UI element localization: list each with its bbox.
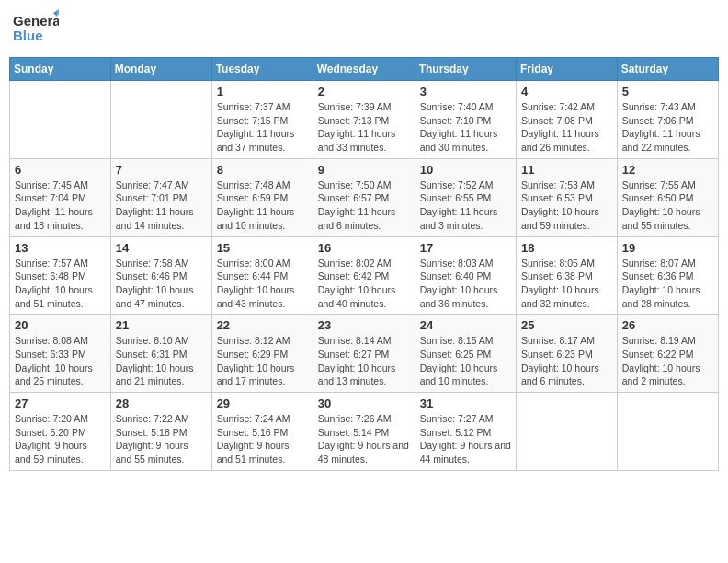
day-number: 22 (217, 318, 308, 332)
day-info: Sunrise: 7:58 AM Sunset: 6:46 PM Dayligh… (116, 257, 207, 311)
day-info: Sunrise: 7:40 AM Sunset: 7:10 PM Dayligh… (420, 100, 511, 155)
calendar-cell: 24Sunrise: 8:15 AM Sunset: 6:25 PM Dayli… (415, 315, 516, 393)
calendar-table: SundayMondayTuesdayWednesdayThursdayFrid… (9, 57, 719, 471)
day-number: 14 (116, 241, 207, 255)
calendar-cell: 12Sunrise: 7:55 AM Sunset: 6:50 PM Dayli… (617, 158, 718, 236)
day-info: Sunrise: 7:42 AM Sunset: 7:08 PM Dayligh… (521, 100, 612, 155)
day-number: 29 (217, 396, 308, 410)
day-number: 19 (622, 241, 713, 255)
calendar-week-1: 1Sunrise: 7:37 AM Sunset: 7:15 PM Daylig… (10, 81, 719, 159)
day-number: 9 (318, 163, 410, 177)
day-number: 10 (420, 163, 511, 177)
day-info: Sunrise: 7:37 AM Sunset: 7:15 PM Dayligh… (217, 100, 308, 155)
day-info: Sunrise: 7:39 AM Sunset: 7:13 PM Dayligh… (318, 100, 410, 155)
day-info: Sunrise: 8:14 AM Sunset: 6:27 PM Dayligh… (318, 334, 410, 388)
day-number: 6 (15, 163, 106, 177)
calendar-cell: 7Sunrise: 7:47 AM Sunset: 7:01 PM Daylig… (110, 158, 211, 236)
calendar-cell: 26Sunrise: 8:19 AM Sunset: 6:22 PM Dayli… (617, 315, 718, 393)
day-info: Sunrise: 7:47 AM Sunset: 7:01 PM Dayligh… (116, 178, 207, 233)
day-info: Sunrise: 8:05 AM Sunset: 6:38 PM Dayligh… (521, 257, 612, 311)
day-info: Sunrise: 8:03 AM Sunset: 6:40 PM Dayligh… (420, 257, 511, 311)
calendar-cell: 10Sunrise: 7:52 AM Sunset: 6:55 PM Dayli… (415, 158, 516, 236)
calendar-cell: 30Sunrise: 7:26 AM Sunset: 5:14 PM Dayli… (313, 393, 415, 471)
day-number: 30 (318, 396, 410, 410)
day-info: Sunrise: 7:43 AM Sunset: 7:06 PM Dayligh… (622, 100, 713, 155)
day-info: Sunrise: 7:20 AM Sunset: 5:20 PM Dayligh… (15, 412, 106, 466)
day-info: Sunrise: 8:08 AM Sunset: 6:33 PM Dayligh… (15, 334, 106, 388)
calendar-cell: 1Sunrise: 7:37 AM Sunset: 7:15 PM Daylig… (211, 81, 313, 159)
calendar-cell: 14Sunrise: 7:58 AM Sunset: 6:46 PM Dayli… (110, 236, 211, 315)
calendar-week-5: 27Sunrise: 7:20 AM Sunset: 5:20 PM Dayli… (10, 393, 719, 471)
day-info: Sunrise: 8:02 AM Sunset: 6:42 PM Dayligh… (318, 257, 410, 311)
calendar-cell (10, 81, 111, 159)
day-number: 12 (622, 163, 713, 177)
day-number: 3 (420, 85, 511, 98)
weekday-header-saturday: Saturday (617, 58, 718, 81)
day-number: 31 (420, 396, 511, 410)
page-header: General Blue (9, 9, 719, 50)
day-info: Sunrise: 7:26 AM Sunset: 5:14 PM Dayligh… (318, 412, 410, 466)
day-info: Sunrise: 8:19 AM Sunset: 6:22 PM Dayligh… (622, 334, 713, 388)
day-number: 20 (15, 318, 106, 332)
weekday-header-thursday: Thursday (415, 58, 516, 81)
day-info: Sunrise: 7:52 AM Sunset: 6:55 PM Dayligh… (420, 178, 511, 233)
day-number: 27 (15, 396, 106, 410)
calendar-cell: 25Sunrise: 8:17 AM Sunset: 6:23 PM Dayli… (517, 315, 618, 393)
weekday-header-wednesday: Wednesday (313, 58, 415, 81)
day-info: Sunrise: 7:55 AM Sunset: 6:50 PM Dayligh… (622, 178, 713, 233)
calendar-week-4: 20Sunrise: 8:08 AM Sunset: 6:33 PM Dayli… (10, 315, 719, 393)
day-number: 28 (116, 396, 207, 410)
day-number: 17 (420, 241, 511, 255)
day-info: Sunrise: 8:17 AM Sunset: 6:23 PM Dayligh… (521, 334, 612, 388)
weekday-header-tuesday: Tuesday (211, 58, 313, 81)
calendar-cell: 16Sunrise: 8:02 AM Sunset: 6:42 PM Dayli… (313, 236, 415, 315)
calendar-cell (110, 81, 211, 159)
calendar-cell: 22Sunrise: 8:12 AM Sunset: 6:29 PM Dayli… (211, 315, 313, 393)
weekday-header-row: SundayMondayTuesdayWednesdayThursdayFrid… (10, 58, 719, 81)
day-number: 26 (622, 318, 713, 332)
calendar-cell: 2Sunrise: 7:39 AM Sunset: 7:13 PM Daylig… (313, 81, 415, 159)
svg-text:General: General (13, 13, 59, 29)
calendar-cell: 5Sunrise: 7:43 AM Sunset: 7:06 PM Daylig… (617, 81, 718, 159)
calendar-week-3: 13Sunrise: 7:57 AM Sunset: 6:48 PM Dayli… (10, 236, 719, 315)
day-number: 15 (217, 241, 308, 255)
calendar-cell: 3Sunrise: 7:40 AM Sunset: 7:10 PM Daylig… (415, 81, 516, 159)
day-info: Sunrise: 7:27 AM Sunset: 5:12 PM Dayligh… (420, 412, 511, 466)
calendar-cell: 15Sunrise: 8:00 AM Sunset: 6:44 PM Dayli… (211, 236, 313, 315)
day-number: 7 (116, 163, 207, 177)
weekday-header-friday: Friday (517, 58, 618, 81)
calendar-cell: 4Sunrise: 7:42 AM Sunset: 7:08 PM Daylig… (517, 81, 618, 159)
day-info: Sunrise: 7:45 AM Sunset: 7:04 PM Dayligh… (15, 178, 106, 233)
calendar-cell: 20Sunrise: 8:08 AM Sunset: 6:33 PM Dayli… (10, 315, 111, 393)
day-number: 5 (622, 85, 713, 98)
calendar-cell: 31Sunrise: 7:27 AM Sunset: 5:12 PM Dayli… (415, 393, 516, 471)
day-info: Sunrise: 7:24 AM Sunset: 5:16 PM Dayligh… (217, 412, 308, 466)
calendar-cell: 6Sunrise: 7:45 AM Sunset: 7:04 PM Daylig… (10, 158, 111, 236)
day-number: 25 (521, 318, 612, 332)
calendar-cell: 21Sunrise: 8:10 AM Sunset: 6:31 PM Dayli… (110, 315, 211, 393)
calendar-cell: 19Sunrise: 8:07 AM Sunset: 6:36 PM Dayli… (617, 236, 718, 315)
calendar-cell: 8Sunrise: 7:48 AM Sunset: 6:59 PM Daylig… (211, 158, 313, 236)
day-info: Sunrise: 7:50 AM Sunset: 6:57 PM Dayligh… (318, 178, 410, 233)
calendar-cell: 27Sunrise: 7:20 AM Sunset: 5:20 PM Dayli… (10, 393, 111, 471)
day-number: 13 (15, 241, 106, 255)
day-info: Sunrise: 8:10 AM Sunset: 6:31 PM Dayligh… (116, 334, 207, 388)
day-number: 2 (318, 85, 410, 98)
day-info: Sunrise: 7:57 AM Sunset: 6:48 PM Dayligh… (15, 257, 106, 311)
day-number: 24 (420, 318, 511, 332)
logo-svg: General Blue (13, 9, 59, 50)
calendar-cell: 17Sunrise: 8:03 AM Sunset: 6:40 PM Dayli… (415, 236, 516, 315)
svg-text:Blue: Blue (13, 28, 43, 43)
calendar-cell: 13Sunrise: 7:57 AM Sunset: 6:48 PM Dayli… (10, 236, 111, 315)
calendar-cell: 18Sunrise: 8:05 AM Sunset: 6:38 PM Dayli… (517, 236, 618, 315)
logo: General Blue (13, 9, 59, 50)
day-info: Sunrise: 8:12 AM Sunset: 6:29 PM Dayligh… (217, 334, 308, 388)
calendar-cell (517, 393, 618, 471)
day-number: 23 (318, 318, 410, 332)
day-info: Sunrise: 7:48 AM Sunset: 6:59 PM Dayligh… (217, 178, 308, 233)
day-info: Sunrise: 8:00 AM Sunset: 6:44 PM Dayligh… (217, 257, 308, 311)
day-number: 8 (217, 163, 308, 177)
weekday-header-monday: Monday (110, 58, 211, 81)
calendar-cell: 29Sunrise: 7:24 AM Sunset: 5:16 PM Dayli… (211, 393, 313, 471)
day-number: 1 (217, 85, 308, 98)
